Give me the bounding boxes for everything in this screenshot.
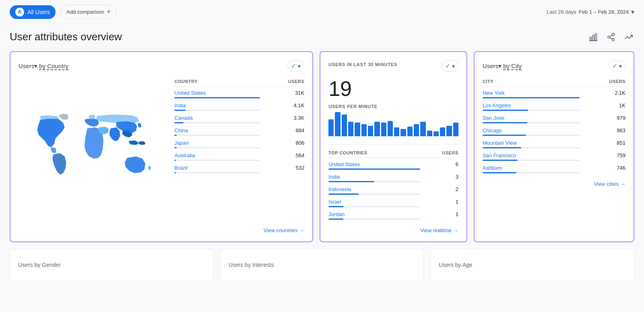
- bar-fill: [174, 172, 176, 173]
- table-row[interactable]: Israel 1: [328, 196, 458, 208]
- bar-container: [174, 97, 260, 98]
- city-users-value: 963: [580, 124, 625, 137]
- realtime-check-dropdown[interactable]: ✓ ▾: [442, 60, 458, 72]
- svg-line-7: [610, 37, 612, 39]
- world-map[interactable]: [19, 77, 174, 220]
- table-row[interactable]: Ashburn 746: [483, 162, 625, 174]
- all-users-badge[interactable]: A All Users: [10, 5, 56, 19]
- bar-chart-bar: [361, 124, 367, 136]
- top-country-users-value: 6: [420, 158, 458, 171]
- table-row[interactable]: Indonesia 2: [328, 183, 458, 196]
- top-country-users-value: 1: [420, 208, 458, 220]
- bar-fill: [174, 110, 186, 111]
- header-icons: [588, 31, 634, 43]
- bar-chart-bar: [400, 129, 406, 136]
- bar-fill: [174, 122, 184, 123]
- bar-container: [174, 147, 260, 148]
- country-name: India: [174, 102, 260, 108]
- card-country-body: COUNTRY USERS United States 31K India 4.…: [19, 77, 304, 220]
- view-realtime-link[interactable]: View realtime →: [420, 227, 458, 233]
- top-bar: A All Users Add comparison + Last 28 day…: [0, 0, 644, 24]
- bar-chart-bar: [414, 124, 419, 136]
- bottom-card-interests-label: Users by Interests: [229, 262, 274, 268]
- table-row[interactable]: India 4.1K: [174, 99, 304, 112]
- table-row[interactable]: Australia 564: [174, 149, 304, 162]
- realtime-big-number: 19: [328, 77, 458, 101]
- view-cities-link[interactable]: View cities →: [594, 181, 625, 187]
- card-city-title: Users▾ by City: [483, 62, 522, 70]
- bar-container: [483, 110, 580, 111]
- check-icon: ✓: [291, 62, 296, 70]
- table-row[interactable]: Brazil 532: [174, 162, 304, 174]
- city-users-value: 979: [580, 112, 625, 124]
- date-range-value: Feb 1 – Feb 28, 2024: [579, 9, 629, 15]
- bar-chart-bar: [328, 119, 334, 136]
- city-name: Mountain View: [483, 140, 580, 146]
- table-row[interactable]: New York 2.1K: [483, 87, 625, 100]
- svg-rect-2: [595, 33, 597, 40]
- city-name: New York: [483, 90, 580, 96]
- top-country-users-value: 2: [420, 183, 458, 196]
- card-country-footer: View countries →: [19, 227, 304, 233]
- country-name: Brazil: [174, 165, 260, 171]
- city-users-value: 851: [580, 137, 625, 149]
- bar-fill: [483, 135, 526, 136]
- plus-icon: +: [107, 8, 111, 16]
- table-row[interactable]: Chicago 963: [483, 124, 625, 137]
- table-row[interactable]: Jordan 1: [328, 208, 458, 220]
- table-row[interactable]: San Francisco 759: [483, 149, 625, 162]
- country-users-value: 884: [260, 124, 304, 137]
- top-users-col-header: USERS: [420, 148, 458, 158]
- view-countries-link[interactable]: View countries →: [264, 227, 304, 233]
- date-range-selector[interactable]: Last 28 days Feb 1 – Feb 28, 2024 ▾: [547, 8, 634, 16]
- city-name: Chicago: [483, 127, 580, 133]
- country-users-value: 532: [260, 162, 304, 174]
- all-users-label: All Users: [27, 9, 50, 15]
- bar-chart-bar: [381, 123, 386, 136]
- top-bar-left: A All Users Add comparison +: [10, 5, 117, 19]
- country-users-value: 4.1K: [260, 99, 304, 112]
- table-row[interactable]: Japan 806: [174, 137, 304, 149]
- bar-chart-bar: [348, 122, 353, 136]
- bar-chart-icon[interactable]: [588, 31, 599, 43]
- table-row[interactable]: India 3: [328, 171, 458, 183]
- country-users-value: 806: [260, 137, 304, 149]
- card-city: Users▾ by City ✓ ▾ CITY USERS New York 2…: [474, 51, 634, 242]
- svg-line-8: [610, 35, 612, 36]
- table-row[interactable]: Canada 3.3K: [174, 112, 304, 124]
- bottom-card-gender-label: Users by Gender: [18, 262, 61, 268]
- check-icon-rt: ✓: [445, 62, 450, 70]
- page-header: User attributes overview: [0, 24, 644, 51]
- share-icon[interactable]: [605, 31, 617, 43]
- bar-container: [483, 147, 580, 148]
- card-country-title-dimension[interactable]: by Country: [39, 62, 68, 70]
- bar-fill: [483, 172, 516, 173]
- table-row[interactable]: United States 6: [328, 158, 458, 171]
- bar-fill: [174, 97, 260, 98]
- trending-icon[interactable]: [623, 31, 634, 43]
- table-row[interactable]: United States 31K: [174, 87, 304, 100]
- bar-chart-bar: [446, 126, 452, 136]
- table-row[interactable]: San Jose 979: [483, 112, 625, 124]
- top-country-name: Jordan: [328, 211, 420, 217]
- bar-container: [483, 135, 580, 136]
- bar-container: [483, 160, 580, 161]
- card-city-title-dimension[interactable]: by City: [503, 62, 522, 70]
- table-row[interactable]: China 884: [174, 124, 304, 137]
- bottom-card-age-label: Users by Age: [439, 262, 472, 268]
- bar-chart-bar: [433, 131, 439, 136]
- city-users-value: 759: [580, 149, 625, 162]
- date-range-prefix: Last 28 days: [547, 9, 576, 15]
- table-row[interactable]: Los Angeles 1K: [483, 99, 625, 112]
- top-countries-table: TOP COUNTRIES USERS United States 6 Indi…: [328, 148, 458, 220]
- users-per-minute-chart: [328, 112, 458, 136]
- city-users-value: 2.1K: [580, 87, 625, 100]
- city-check-dropdown[interactable]: ✓ ▾: [609, 60, 625, 72]
- bar-chart-bar: [440, 127, 445, 136]
- dropdown-caret-icon: ▾: [298, 63, 301, 69]
- bar-container: [483, 122, 580, 123]
- add-comparison-button[interactable]: Add comparison +: [60, 5, 117, 19]
- table-row[interactable]: Mountain View 851: [483, 137, 625, 149]
- country-name: Australia: [174, 152, 260, 158]
- country-check-dropdown[interactable]: ✓ ▾: [287, 60, 304, 72]
